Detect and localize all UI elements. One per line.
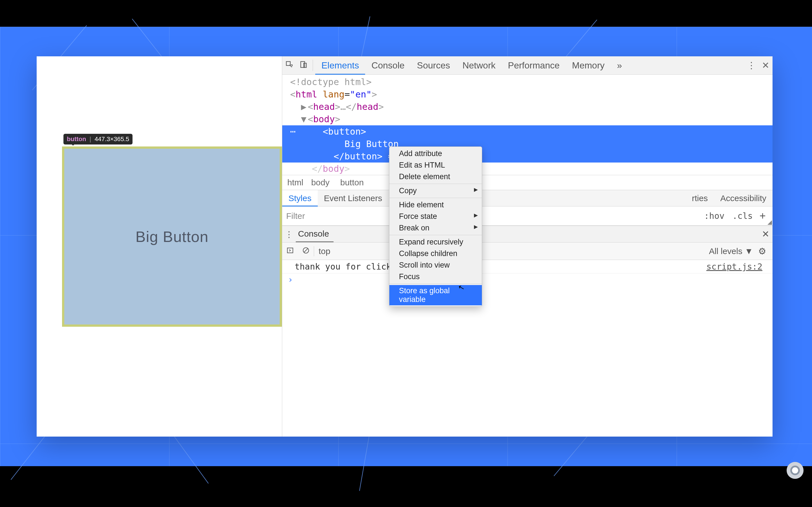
console-drawer-header: ⋮ Console ✕: [282, 226, 772, 242]
page-viewport: button | 447.3×365.5 Big Button: [37, 56, 282, 437]
clear-console-icon[interactable]: [298, 246, 314, 256]
console-log-message: thank you for click: [288, 262, 706, 272]
tabs-overflow-icon[interactable]: »: [611, 56, 628, 75]
tab-memory[interactable]: Memory: [566, 56, 611, 75]
crumb-button[interactable]: button: [338, 177, 366, 188]
chrome-logo-icon: [786, 462, 804, 479]
resize-corner-icon[interactable]: [767, 220, 772, 225]
menu-focus[interactable]: Focus: [389, 271, 482, 283]
tab-accessibility[interactable]: Accessibility: [714, 190, 772, 207]
dom-button-text[interactable]: Big Button: [282, 138, 772, 150]
menu-edit-as-html[interactable]: Edit as HTML: [389, 159, 482, 171]
menu-hide-element[interactable]: Hide element: [389, 199, 482, 211]
element-dimensions-tooltip: button | 447.3×365.5: [63, 134, 133, 145]
context-menu: Add attribute Edit as HTML Delete elemen…: [389, 147, 482, 307]
tab-event-listeners[interactable]: Event Listeners: [318, 190, 389, 207]
tab-sources[interactable]: Sources: [411, 56, 456, 75]
big-button-label: Big Button: [135, 228, 208, 245]
menu-copy[interactable]: Copy: [389, 185, 482, 196]
big-button[interactable]: Big Button: [62, 147, 282, 327]
tab-elements[interactable]: Elements: [315, 56, 365, 75]
tab-console[interactable]: Console: [365, 56, 410, 75]
close-devtools-icon[interactable]: ✕: [758, 60, 772, 71]
devtools-toolbar: Elements Console Sources Network Perform…: [282, 56, 772, 75]
console-toolbar: top All levels ▼ ⚙: [282, 242, 772, 260]
show-console-sidebar-icon[interactable]: [282, 246, 298, 256]
console-log-source[interactable]: script.js:2: [706, 262, 767, 272]
menu-delete-element[interactable]: Delete element: [389, 171, 482, 182]
tab-performance[interactable]: Performance: [502, 56, 566, 75]
hov-toggle[interactable]: :hov: [700, 211, 728, 221]
dom-doctype[interactable]: <!doctype html>: [290, 76, 772, 88]
menu-store-as-global[interactable]: Store as global variable: [389, 285, 482, 305]
kebab-menu-icon[interactable]: ⋮: [744, 60, 758, 71]
log-levels-select[interactable]: All levels ▼: [706, 246, 756, 256]
blueprint-background: button | 447.3×365.5 Big Button Elements…: [0, 27, 812, 466]
breadcrumb: html body button: [282, 175, 772, 190]
menu-add-attribute[interactable]: Add attribute: [389, 148, 482, 159]
dom-button-close[interactable]: </button> == $0: [282, 150, 772, 163]
console-log-line[interactable]: thank you for click script.js:2: [282, 260, 772, 274]
drawer-menu-icon[interactable]: ⋮: [282, 229, 296, 239]
crumb-html[interactable]: html: [287, 178, 303, 187]
dom-html-open[interactable]: <html lang="en">: [290, 88, 772, 101]
details-tabs: Styles Event Listeners DOM rties Accessi…: [282, 190, 772, 207]
console-prompt-icon[interactable]: ›: [282, 274, 772, 286]
dom-body-close[interactable]: </body>: [290, 163, 772, 175]
devtools-panel: Elements Console Sources Network Perform…: [282, 56, 772, 437]
console-body[interactable]: thank you for click script.js:2 ›: [282, 260, 772, 437]
console-drawer-title[interactable]: Console: [296, 226, 334, 242]
dom-button-open[interactable]: ⋯ <button>: [282, 125, 772, 138]
tab-styles[interactable]: Styles: [282, 190, 318, 207]
tooltip-dimensions: 447.3×365.5: [94, 135, 129, 143]
menu-expand-recursively[interactable]: Expand recursively: [389, 236, 482, 248]
close-drawer-icon[interactable]: ✕: [758, 229, 772, 239]
menu-collapse-children[interactable]: Collapse children: [389, 248, 482, 260]
tooltip-tag: button: [67, 135, 86, 143]
cls-toggle[interactable]: .cls: [728, 211, 757, 221]
dom-tree[interactable]: <!doctype html> <html lang="en"> ▶<head>…: [282, 75, 772, 175]
execution-context-select[interactable]: top: [314, 246, 335, 256]
new-style-rule-icon[interactable]: +: [757, 210, 769, 222]
menu-break-on[interactable]: Break on: [389, 222, 482, 234]
menu-force-state[interactable]: Force state: [389, 211, 482, 222]
dom-body-open[interactable]: ▼<body>: [290, 113, 772, 125]
console-settings-icon[interactable]: ⚙: [756, 246, 769, 257]
tab-network[interactable]: Network: [456, 56, 502, 75]
filter-input[interactable]: Filter: [286, 211, 700, 221]
svg-rect-1: [301, 61, 305, 67]
menu-scroll-into-view[interactable]: Scroll into view: [389, 260, 482, 271]
device-toggle-icon[interactable]: [296, 60, 310, 71]
inspect-icon[interactable]: [282, 60, 296, 71]
tab-properties[interactable]: rties: [686, 190, 714, 207]
styles-filter-row: Filter :hov .cls +: [282, 207, 772, 226]
crumb-body[interactable]: body: [311, 178, 329, 187]
dom-head[interactable]: ▶<head>…</head>: [290, 101, 772, 113]
